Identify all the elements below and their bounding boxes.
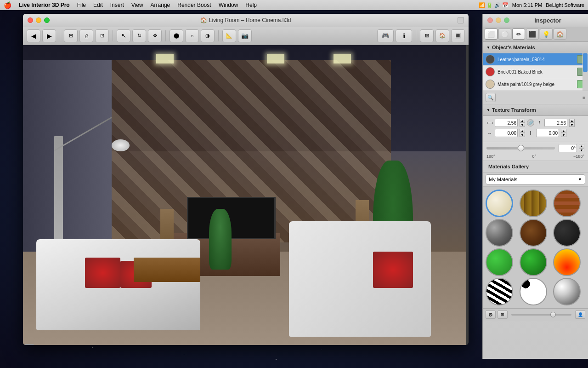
material-ball-green1[interactable] bbox=[486, 248, 513, 276]
material-ball-dalmatian[interactable] bbox=[520, 278, 547, 305]
material-name-0: Leather/pamela_09014 bbox=[498, 57, 574, 62]
render-button[interactable]: 🖨 bbox=[79, 29, 93, 42]
rotate-button[interactable]: ↻ bbox=[132, 29, 146, 42]
frame-button[interactable]: ⊠ bbox=[420, 29, 434, 42]
offset-x-up[interactable]: ▲ bbox=[520, 129, 525, 133]
eyedropper-tool[interactable]: 🔍 bbox=[486, 93, 496, 102]
offset-x-input[interactable] bbox=[495, 129, 518, 137]
viewport[interactable] bbox=[23, 45, 466, 345]
scale-x-label: ⟷ bbox=[486, 121, 493, 126]
rotation-thumb[interactable] bbox=[518, 145, 524, 151]
info-button[interactable]: ℹ bbox=[396, 29, 412, 42]
close-button[interactable] bbox=[28, 17, 33, 23]
measure-button[interactable]: 📐 bbox=[222, 29, 236, 42]
sphere-button[interactable]: ⬤ bbox=[170, 29, 183, 42]
home-view-button[interactable]: 🏠 bbox=[435, 29, 449, 42]
person-button[interactable]: 👤 bbox=[575, 310, 585, 319]
offset-y-input[interactable] bbox=[536, 129, 559, 137]
maximize-button[interactable] bbox=[44, 17, 50, 23]
scale-link[interactable]: 🔗 bbox=[527, 119, 534, 126]
material-ball-metal1[interactable] bbox=[486, 219, 513, 247]
camera-button[interactable]: 📷 bbox=[238, 29, 252, 42]
perspective-button[interactable]: 🔳 bbox=[451, 29, 465, 42]
rotation-down[interactable]: ▼ bbox=[579, 148, 584, 152]
scale-y-down[interactable]: ▼ bbox=[569, 123, 575, 127]
select-button[interactable]: ↖ bbox=[117, 29, 130, 42]
tab-light[interactable]: 💡 bbox=[540, 29, 553, 40]
offset-y-down[interactable]: ▼ bbox=[561, 133, 566, 137]
menu-help[interactable]: Help bbox=[245, 2, 257, 8]
offset-x-stepper: ▲ ▼ bbox=[520, 129, 525, 137]
menu-edit[interactable]: Edit bbox=[93, 2, 103, 8]
scale-x-up[interactable]: ▲ bbox=[520, 119, 525, 123]
tab-model[interactable]: ⬜ bbox=[485, 29, 498, 40]
material-ball-green2[interactable] bbox=[520, 248, 547, 276]
texture-expand-icon: ▼ bbox=[486, 108, 490, 112]
gallery-dropdown-wrapper: My Materials ▼ bbox=[486, 174, 585, 184]
materials-section-header: ▼ Object's Materials bbox=[483, 42, 588, 53]
offset-x-down[interactable]: ▼ bbox=[520, 133, 525, 137]
inspector-minimize[interactable] bbox=[496, 17, 501, 23]
tab-scene[interactable]: 🏠 bbox=[554, 29, 566, 40]
menu-app-name[interactable]: Live Interior 3D Pro bbox=[19, 2, 70, 8]
material-ball-wood1[interactable] bbox=[520, 190, 547, 217]
menu-file[interactable]: File bbox=[77, 2, 86, 8]
menu-view[interactable]: View bbox=[131, 2, 143, 8]
gallery-dropdown[interactable]: My Materials ▼ bbox=[486, 174, 585, 184]
back-button[interactable]: ◀ bbox=[27, 29, 40, 42]
material-ball-wood2[interactable] bbox=[520, 219, 547, 247]
grid-button[interactable]: ⊞ bbox=[498, 310, 508, 319]
materials-section-title: Object's Materials bbox=[492, 45, 535, 50]
tab-edit[interactable]: ✏ bbox=[512, 29, 525, 40]
menu-window[interactable]: Window bbox=[219, 2, 238, 8]
tab-sphere[interactable]: ⚪ bbox=[498, 29, 511, 40]
apple-menu[interactable]: 🍎 bbox=[4, 1, 11, 9]
minimize-button[interactable] bbox=[36, 17, 41, 23]
inspector-maximize[interactable] bbox=[504, 17, 509, 23]
material-ball-dark[interactable] bbox=[553, 219, 581, 247]
menu-render-boost[interactable]: Render Boost bbox=[177, 2, 211, 8]
scale-y-input[interactable] bbox=[544, 119, 567, 127]
materials-list[interactable]: Leather/pamela_09014 Brick/001 Baked Bri… bbox=[483, 53, 588, 91]
toolbar-sep-5 bbox=[416, 30, 416, 41]
material-ball-chrome[interactable] bbox=[553, 278, 581, 305]
toolbar: ◀ ▶ ⊞ 🖨 ⊡ ↖ ↻ ✥ ⬤ ○ ◑ 📐 📷 🎮 ℹ ⊠ 🏠 🔳 bbox=[23, 27, 469, 45]
rotation-track[interactable] bbox=[486, 147, 555, 150]
material-item-0[interactable]: Leather/pamela_09014 bbox=[483, 53, 588, 66]
window-resize-handle[interactable] bbox=[458, 17, 464, 23]
view-button[interactable]: ⊡ bbox=[95, 29, 109, 42]
left-wall bbox=[23, 60, 112, 258]
rotation-value-input[interactable] bbox=[559, 144, 577, 152]
menu-arrange[interactable]: Arrange bbox=[151, 2, 170, 8]
material-ball-cream[interactable] bbox=[486, 190, 513, 217]
material-ball-brick[interactable] bbox=[553, 190, 581, 217]
offset-y-up[interactable]: ▲ bbox=[561, 129, 566, 133]
forward-button[interactable]: ▶ bbox=[42, 29, 56, 42]
inspector-close[interactable] bbox=[487, 17, 493, 23]
arc-button[interactable]: ◑ bbox=[201, 29, 215, 42]
floor-plan-button[interactable]: ⊞ bbox=[64, 29, 78, 42]
scale-x-input[interactable] bbox=[495, 119, 518, 127]
rotation-up[interactable]: ▲ bbox=[579, 144, 584, 148]
3d-view-button[interactable]: 🎮 bbox=[377, 29, 394, 42]
move-button[interactable]: ✥ bbox=[148, 29, 162, 42]
material-item-2[interactable]: Matte paint/1019 grey beige bbox=[483, 78, 588, 91]
material-item-1[interactable]: Brick/001 Baked Brick bbox=[483, 66, 588, 78]
scale-x-down[interactable]: ▼ bbox=[520, 123, 525, 127]
size-slider[interactable] bbox=[511, 314, 571, 316]
arc-lamp-head bbox=[112, 139, 130, 151]
tools-menu-icon[interactable]: ≡ bbox=[582, 95, 585, 100]
materials-scrollbar[interactable] bbox=[582, 53, 588, 91]
menu-insert[interactable]: Insert bbox=[110, 2, 124, 8]
material-ball-fire[interactable] bbox=[553, 248, 581, 276]
tt-offset-row: ↔ ▲ ▼ I ▲ ▼ bbox=[486, 129, 584, 137]
viewport-scroll-indicator[interactable] bbox=[25, 344, 34, 345]
circle-button[interactable]: ○ bbox=[185, 29, 199, 42]
size-slider-thumb[interactable] bbox=[550, 312, 556, 317]
offset-x-label: ↔ bbox=[486, 131, 493, 136]
material-ball-zebra[interactable] bbox=[486, 278, 513, 305]
scale-y-up[interactable]: ▲ bbox=[569, 119, 575, 123]
menubar: 🍎 Live Interior 3D Pro File Edit Insert … bbox=[0, 0, 588, 10]
settings-button[interactable]: ⚙ bbox=[486, 310, 496, 319]
tab-texture[interactable]: ⬛ bbox=[526, 29, 539, 40]
